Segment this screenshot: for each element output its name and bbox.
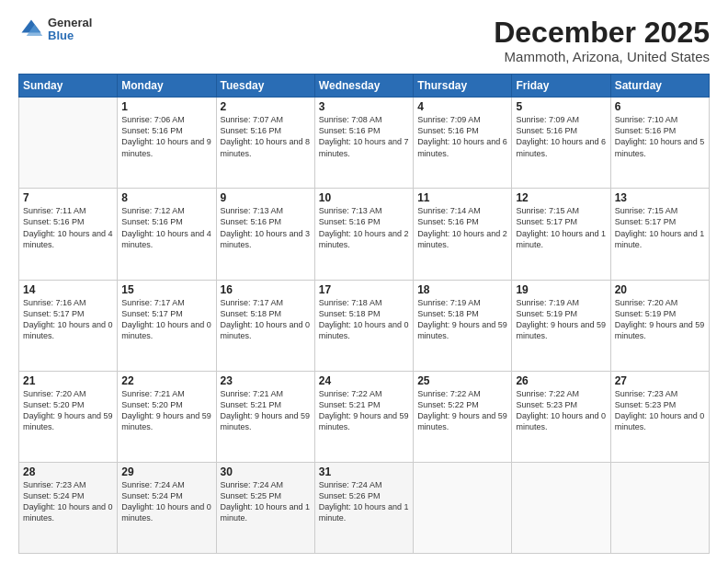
calendar-day: 21Sunrise: 7:20 AMSunset: 5:20 PMDayligh… — [19, 371, 118, 462]
day-info: Sunrise: 7:22 AMSunset: 5:23 PMDaylight:… — [516, 388, 606, 433]
calendar-day: 16Sunrise: 7:17 AMSunset: 5:18 PMDayligh… — [216, 280, 314, 371]
calendar-day: 3Sunrise: 7:08 AMSunset: 5:16 PMDaylight… — [314, 98, 413, 189]
day-info: Sunrise: 7:14 AMSunset: 5:16 PMDaylight:… — [417, 205, 507, 250]
day-info: Sunrise: 7:24 AMSunset: 5:25 PMDaylight:… — [221, 479, 311, 524]
calendar-day: 11Sunrise: 7:14 AMSunset: 5:16 PMDayligh… — [414, 189, 512, 280]
day-number: 13 — [615, 191, 705, 204]
day-number: 24 — [319, 374, 409, 387]
calendar-day: 25Sunrise: 7:22 AMSunset: 5:22 PMDayligh… — [414, 371, 512, 462]
day-number: 25 — [417, 374, 507, 387]
day-number: 21 — [23, 374, 113, 387]
calendar-day: 10Sunrise: 7:13 AMSunset: 5:16 PMDayligh… — [314, 189, 413, 280]
day-number: 28 — [23, 465, 113, 478]
day-info: Sunrise: 7:22 AMSunset: 5:21 PMDaylight:… — [319, 388, 409, 433]
day-number: 26 — [516, 374, 606, 387]
calendar-day: 18Sunrise: 7:19 AMSunset: 5:18 PMDayligh… — [414, 280, 512, 371]
day-info: Sunrise: 7:15 AMSunset: 5:17 PMDaylight:… — [516, 205, 606, 250]
calendar-day: 14Sunrise: 7:16 AMSunset: 5:17 PMDayligh… — [19, 280, 118, 371]
day-info: Sunrise: 7:22 AMSunset: 5:22 PMDaylight:… — [417, 388, 507, 433]
calendar-day: 5Sunrise: 7:09 AMSunset: 5:16 PMDaylight… — [512, 98, 610, 189]
day-number: 18 — [417, 283, 507, 296]
calendar-day: 26Sunrise: 7:22 AMSunset: 5:23 PMDayligh… — [512, 371, 610, 462]
calendar-day: 31Sunrise: 7:24 AMSunset: 5:26 PMDayligh… — [314, 462, 413, 553]
logo-blue-text: Blue — [48, 29, 92, 42]
day-info: Sunrise: 7:19 AMSunset: 5:19 PMDaylight:… — [516, 297, 606, 342]
calendar-day: 7Sunrise: 7:11 AMSunset: 5:16 PMDaylight… — [19, 189, 118, 280]
day-number: 14 — [23, 283, 113, 296]
calendar-day: 22Sunrise: 7:21 AMSunset: 5:20 PMDayligh… — [118, 371, 216, 462]
calendar-day — [512, 462, 610, 553]
calendar-day: 6Sunrise: 7:10 AMSunset: 5:16 PMDaylight… — [610, 98, 709, 189]
calendar-day: 4Sunrise: 7:09 AMSunset: 5:16 PMDaylight… — [414, 98, 512, 189]
day-info: Sunrise: 7:09 AMSunset: 5:16 PMDaylight:… — [516, 114, 606, 159]
calendar: Sunday Monday Tuesday Wednesday Thursday… — [18, 74, 710, 554]
calendar-day: 28Sunrise: 7:23 AMSunset: 5:24 PMDayligh… — [19, 462, 118, 553]
day-info: Sunrise: 7:16 AMSunset: 5:17 PMDaylight:… — [23, 297, 113, 342]
day-number: 15 — [121, 283, 211, 296]
page: General Blue December 2025 Mammoth, Ariz… — [0, 0, 728, 563]
calendar-day — [414, 462, 512, 553]
day-info: Sunrise: 7:24 AMSunset: 5:26 PMDaylight:… — [319, 479, 409, 524]
day-number: 3 — [319, 100, 409, 113]
calendar-day: 15Sunrise: 7:17 AMSunset: 5:17 PMDayligh… — [118, 280, 216, 371]
day-number: 12 — [516, 191, 606, 204]
calendar-day: 30Sunrise: 7:24 AMSunset: 5:25 PMDayligh… — [216, 462, 314, 553]
calendar-day: 29Sunrise: 7:24 AMSunset: 5:24 PMDayligh… — [118, 462, 216, 553]
calendar-day: 8Sunrise: 7:12 AMSunset: 5:16 PMDaylight… — [118, 189, 216, 280]
day-number: 17 — [319, 283, 409, 296]
day-number: 22 — [121, 374, 211, 387]
day-info: Sunrise: 7:21 AMSunset: 5:20 PMDaylight:… — [121, 388, 211, 433]
main-title: December 2025 — [494, 17, 710, 49]
day-info: Sunrise: 7:15 AMSunset: 5:17 PMDaylight:… — [615, 205, 705, 250]
header-monday: Monday — [118, 75, 216, 98]
calendar-week-3: 14Sunrise: 7:16 AMSunset: 5:17 PMDayligh… — [19, 280, 710, 371]
day-info: Sunrise: 7:13 AMSunset: 5:16 PMDaylight:… — [319, 205, 409, 250]
day-number: 11 — [417, 191, 507, 204]
day-info: Sunrise: 7:20 AMSunset: 5:19 PMDaylight:… — [615, 297, 705, 342]
day-info: Sunrise: 7:07 AMSunset: 5:16 PMDaylight:… — [221, 114, 311, 159]
calendar-day: 19Sunrise: 7:19 AMSunset: 5:19 PMDayligh… — [512, 280, 610, 371]
days-header-row: Sunday Monday Tuesday Wednesday Thursday… — [19, 75, 710, 98]
header-wednesday: Wednesday — [314, 75, 413, 98]
day-number: 16 — [221, 283, 311, 296]
day-number: 27 — [615, 374, 705, 387]
day-number: 1 — [121, 100, 211, 113]
day-info: Sunrise: 7:17 AMSunset: 5:17 PMDaylight:… — [121, 297, 211, 342]
calendar-week-4: 21Sunrise: 7:20 AMSunset: 5:20 PMDayligh… — [19, 371, 710, 462]
calendar-day: 20Sunrise: 7:20 AMSunset: 5:19 PMDayligh… — [610, 280, 709, 371]
day-info: Sunrise: 7:17 AMSunset: 5:18 PMDaylight:… — [221, 297, 311, 342]
day-number: 5 — [516, 100, 606, 113]
day-info: Sunrise: 7:24 AMSunset: 5:24 PMDaylight:… — [121, 479, 211, 524]
day-number: 8 — [121, 191, 211, 204]
day-info: Sunrise: 7:21 AMSunset: 5:21 PMDaylight:… — [221, 388, 311, 433]
day-info: Sunrise: 7:13 AMSunset: 5:16 PMDaylight:… — [221, 205, 311, 250]
calendar-day: 24Sunrise: 7:22 AMSunset: 5:21 PMDayligh… — [314, 371, 413, 462]
header-thursday: Thursday — [414, 75, 512, 98]
day-info: Sunrise: 7:12 AMSunset: 5:16 PMDaylight:… — [121, 205, 211, 250]
day-number: 31 — [319, 465, 409, 478]
header-tuesday: Tuesday — [216, 75, 314, 98]
calendar-day — [610, 462, 709, 553]
title-block: December 2025 Mammoth, Arizona, United S… — [494, 17, 710, 64]
calendar-day: 9Sunrise: 7:13 AMSunset: 5:16 PMDaylight… — [216, 189, 314, 280]
calendar-day: 17Sunrise: 7:18 AMSunset: 5:18 PMDayligh… — [314, 280, 413, 371]
day-number: 23 — [221, 374, 311, 387]
day-info: Sunrise: 7:18 AMSunset: 5:18 PMDaylight:… — [319, 297, 409, 342]
calendar-day: 2Sunrise: 7:07 AMSunset: 5:16 PMDaylight… — [216, 98, 314, 189]
day-info: Sunrise: 7:19 AMSunset: 5:18 PMDaylight:… — [417, 297, 507, 342]
day-info: Sunrise: 7:11 AMSunset: 5:16 PMDaylight:… — [23, 205, 113, 250]
day-info: Sunrise: 7:08 AMSunset: 5:16 PMDaylight:… — [319, 114, 409, 159]
calendar-day: 13Sunrise: 7:15 AMSunset: 5:17 PMDayligh… — [610, 189, 709, 280]
header-saturday: Saturday — [610, 75, 709, 98]
calendar-day — [19, 98, 118, 189]
logo-text: General Blue — [48, 17, 92, 43]
day-number: 9 — [221, 191, 311, 204]
logo-general-text: General — [48, 17, 92, 29]
subtitle: Mammoth, Arizona, United States — [494, 49, 710, 64]
calendar-day: 23Sunrise: 7:21 AMSunset: 5:21 PMDayligh… — [216, 371, 314, 462]
day-number: 2 — [221, 100, 311, 113]
calendar-week-2: 7Sunrise: 7:11 AMSunset: 5:16 PMDaylight… — [19, 189, 710, 280]
calendar-week-1: 1Sunrise: 7:06 AMSunset: 5:16 PMDaylight… — [19, 98, 710, 189]
logo-icon — [18, 17, 44, 42]
calendar-week-5: 28Sunrise: 7:23 AMSunset: 5:24 PMDayligh… — [19, 462, 710, 553]
